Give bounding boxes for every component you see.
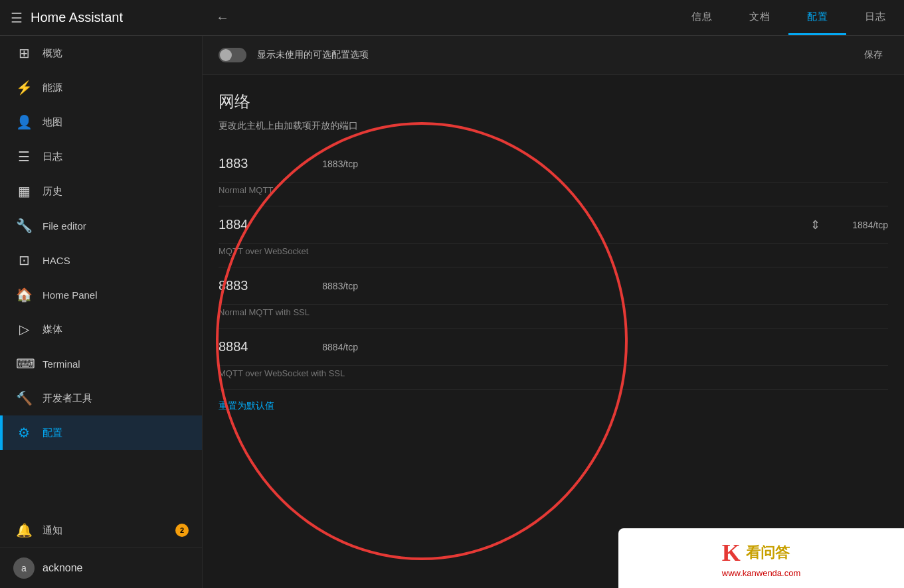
sidebar-item-hacs[interactable]: ⊡ HACS <box>0 243 202 277</box>
header-left: ☰ Home Assistant <box>0 10 203 26</box>
watermark-url: www.kanwenda.com <box>722 568 801 578</box>
devtools-icon: 🔨 <box>16 390 32 406</box>
port-spinner-1884[interactable]: ⇕ <box>810 218 820 232</box>
app-title: Home Assistant <box>31 10 123 25</box>
port-number-1884: 1884 <box>219 217 298 232</box>
port-protocol-1884: 1884/tcp <box>828 220 888 230</box>
sidebar-item-map[interactable]: 👤 地图 <box>0 105 202 139</box>
header-nav: ← 信息 文档 配置 日志 <box>203 0 904 35</box>
file-editor-icon: 🔧 <box>16 218 32 234</box>
sidebar-item-history[interactable]: ▦ 历史 <box>0 174 202 208</box>
tab-docs[interactable]: 文档 <box>731 0 788 35</box>
tab-info[interactable]: 信息 <box>673 0 731 35</box>
log-icon: ☰ <box>16 149 32 165</box>
sidebar-item-label: 媒体 <box>43 323 62 336</box>
port-group-1884: 1884 ⇕ 1884/tcp MQTT over WebSocket <box>219 206 888 267</box>
sidebar-item-file-editor[interactable]: 🔧 File editor <box>0 208 202 243</box>
network-description: 更改此主机上由加载项开放的端口 <box>219 120 888 132</box>
sidebar-item-config[interactable]: ⚙ 配置 <box>0 415 202 450</box>
media-icon: ▷ <box>16 321 32 337</box>
port-desc-1883: Normal MQTT <box>219 183 888 206</box>
nav-tabs: 信息 文档 配置 日志 <box>673 0 904 35</box>
sidebar-item-label: HACS <box>43 255 70 266</box>
map-icon: 👤 <box>16 114 32 130</box>
network-section: 网络 更改此主机上由加载项开放的端口 1883 1883/tcp Normal … <box>203 75 904 423</box>
sidebar-item-label: Home Panel <box>43 289 98 301</box>
sidebar-item-label: 日志 <box>43 151 62 163</box>
port-group-8883: 8883 8883/tcp Normal MQTT with SSL <box>219 267 888 329</box>
avatar-row: a acknone <box>0 548 202 588</box>
terminal-icon: ⌨ <box>16 356 32 372</box>
port-desc-1884: MQTT over WebSocket <box>219 244 888 267</box>
sidebar-item-label: File editor <box>43 220 86 232</box>
notification-badge: 2 <box>175 524 189 537</box>
sidebar-item-label: 开发者工具 <box>43 392 92 405</box>
overview-icon: ⊞ <box>16 45 32 61</box>
sidebar-item-media[interactable]: ▷ 媒体 <box>0 312 202 346</box>
toggle-bar: 显示未使用的可选配置选项 保存 <box>203 36 904 75</box>
sidebar-item-terminal[interactable]: ⌨ Terminal <box>0 346 202 381</box>
notification-icon: 🔔 <box>16 522 32 538</box>
sidebar-item-label: 能源 <box>43 82 62 94</box>
port-row-8884: 8884 8884/tcp <box>219 329 888 366</box>
sidebar: ⊞ 概览 ⚡ 能源 👤 地图 ☰ 日志 ▦ 历史 🔧 File editor ⊡… <box>0 36 203 588</box>
sidebar-item-log[interactable]: ☰ 日志 <box>0 139 202 174</box>
main-layout: ⊞ 概览 ⚡ 能源 👤 地图 ☰ 日志 ▦ 历史 🔧 File editor ⊡… <box>0 36 904 588</box>
watermark-k-icon: K <box>722 539 741 567</box>
energy-icon: ⚡ <box>16 80 32 96</box>
history-icon: ▦ <box>16 183 32 199</box>
sidebar-item-label: 通知 <box>43 524 62 537</box>
watermark: K 看问答 www.kanwenda.com <box>618 528 904 588</box>
menu-icon[interactable]: ☰ <box>11 10 23 26</box>
port-row-8883: 8883 8883/tcp <box>219 267 888 305</box>
tab-log[interactable]: 日志 <box>846 0 904 35</box>
hacs-icon: ⊡ <box>16 252 32 268</box>
content-area: 显示未使用的可选配置选项 保存 网络 更改此主机上由加载项开放的端口 1883 … <box>203 36 904 588</box>
port-number-8883: 8883 <box>219 278 298 293</box>
toggle-label: 显示未使用的可选配置选项 <box>257 49 369 61</box>
network-title: 网络 <box>219 91 888 112</box>
sidebar-item-label: 配置 <box>43 427 62 439</box>
sidebar-item-home-panel[interactable]: 🏠 Home Panel <box>0 277 202 312</box>
back-button[interactable]: ← <box>203 10 242 25</box>
sidebar-item-label: 历史 <box>43 185 62 198</box>
port-desc-8883: Normal MQTT with SSL <box>219 305 888 328</box>
home-panel-icon: 🏠 <box>16 287 32 303</box>
port-number-8884: 8884 <box>219 339 298 354</box>
sidebar-bottom: 🔔 通知 2 a acknone <box>0 513 202 588</box>
tab-config[interactable]: 配置 <box>788 0 846 35</box>
port-protocol-8883: 8883/tcp <box>298 281 358 291</box>
sidebar-item-devtools[interactable]: 🔨 开发者工具 <box>0 381 202 415</box>
watermark-inner: K 看问答 www.kanwenda.com <box>722 539 801 578</box>
sidebar-item-label: Terminal <box>43 358 80 370</box>
port-row-1884: 1884 ⇕ 1884/tcp <box>219 206 888 244</box>
sidebar-item-energy[interactable]: ⚡ 能源 <box>0 70 202 105</box>
sidebar-item-label: 概览 <box>43 47 62 60</box>
reset-link[interactable]: 重置为默认值 <box>219 390 274 423</box>
port-group-8884: 8884 8884/tcp MQTT over WebSocket with S… <box>219 329 888 390</box>
port-protocol-8884: 8884/tcp <box>298 342 358 352</box>
username-label: acknone <box>43 562 83 574</box>
sidebar-item-notification[interactable]: 🔔 通知 2 <box>0 513 202 548</box>
port-desc-8884: MQTT over WebSocket with SSL <box>219 366 888 389</box>
watermark-text: 看问答 <box>746 543 790 563</box>
sidebar-item-label: 地图 <box>43 116 62 129</box>
sidebar-item-overview[interactable]: ⊞ 概览 <box>0 36 202 70</box>
port-number-1883: 1883 <box>219 156 298 171</box>
port-row-1883: 1883 1883/tcp <box>219 145 888 183</box>
port-group-1883: 1883 1883/tcp Normal MQTT <box>219 145 888 206</box>
toggle-switch[interactable] <box>219 48 246 62</box>
config-icon: ⚙ <box>16 425 32 441</box>
watermark-logo: K 看问答 <box>722 539 790 567</box>
port-protocol-1883: 1883/tcp <box>298 159 358 169</box>
toggle-knob <box>220 49 232 61</box>
avatar: a <box>13 557 35 579</box>
save-button[interactable]: 保存 <box>864 49 883 61</box>
header: ☰ Home Assistant ← 信息 文档 配置 日志 <box>0 0 904 36</box>
